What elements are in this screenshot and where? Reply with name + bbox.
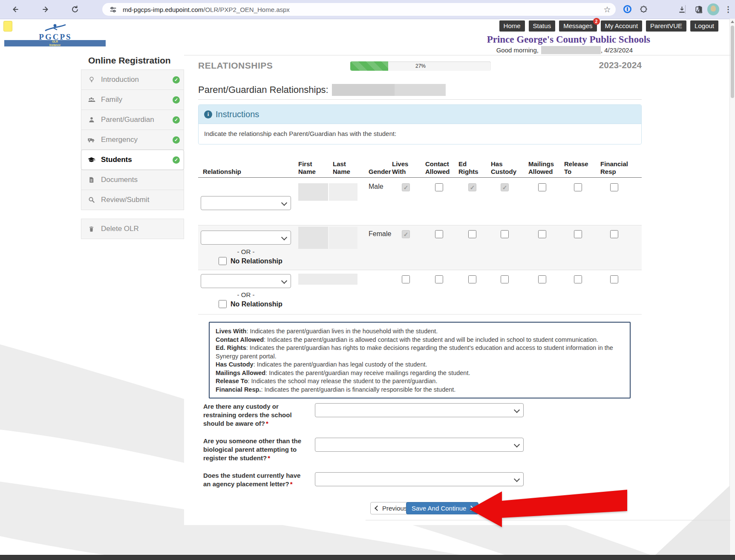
top-nav: HomeStatusMessages2My AccountParentVUELo… — [499, 20, 718, 32]
district-title: Prince George's County Public Schools — [487, 34, 650, 45]
sidebar-item-documents[interactable]: Documents — [81, 170, 184, 190]
browser-forward-icon[interactable] — [40, 4, 52, 15]
scrollbar-thumb[interactable] — [731, 26, 734, 98]
sidebar-item-emergency[interactable]: Emergency✓ — [81, 130, 184, 150]
question-label-3: Does the student currently have an agenc… — [203, 471, 302, 488]
browser-back-icon[interactable] — [9, 4, 20, 15]
pgcps-logo: PGCPS OLRInstance — [4, 23, 107, 46]
family-icon — [87, 96, 95, 104]
messages-count-badge: 2 — [593, 18, 600, 25]
scrollbar-up-arrow[interactable] — [731, 20, 734, 23]
person-icon — [87, 116, 95, 124]
graduation-cap-icon — [87, 156, 95, 164]
required-asterisk: * — [268, 454, 270, 462]
browser-reload-icon[interactable] — [69, 4, 81, 15]
redacted-user-name — [541, 46, 601, 54]
download-icon[interactable] — [676, 4, 687, 15]
question-dropdown-3-select[interactable] — [315, 472, 524, 486]
question-dropdown-1[interactable] — [315, 403, 524, 417]
nav-home[interactable]: Home — [499, 20, 525, 32]
complete-check-icon: ✓ — [173, 76, 180, 84]
complete-check-icon: ✓ — [173, 136, 180, 144]
nav-logout[interactable]: Logout — [690, 20, 718, 32]
sidebar-item-label: Introduction — [101, 75, 139, 84]
document-icon — [87, 176, 95, 184]
greeting-line: Good morning, , 4/23/2024 — [496, 46, 633, 54]
sidebar-item-label: Family — [101, 95, 122, 104]
sidebar-item-family[interactable]: Family✓ — [81, 89, 184, 110]
bookmark-star-icon[interactable]: ☆ — [602, 4, 613, 15]
nav-status[interactable]: Status — [529, 20, 556, 32]
nav-my-account[interactable]: My Account — [601, 20, 643, 32]
sidebar-item-label: Review/Submit — [101, 196, 149, 204]
nav-messages[interactable]: Messages2 — [559, 20, 597, 32]
question-dropdown-1-select[interactable] — [315, 403, 524, 417]
site-settings-icon[interactable] — [107, 4, 118, 15]
sidebar-item-label: Documents — [101, 176, 138, 184]
main-content: RELATIONSHIPS 27% 2023-2024 Parent/Guard… — [184, 55, 731, 525]
extensions-puzzle-icon[interactable] — [638, 4, 649, 15]
trash-icon — [87, 225, 95, 233]
lightbulb-icon — [87, 76, 95, 84]
chevron-left-icon — [375, 505, 380, 511]
complete-check-icon: ✓ — [173, 156, 180, 164]
sidebar-item-label: Parent/Guardian — [101, 115, 154, 124]
browser-menu-icon[interactable]: ⋮ — [723, 4, 734, 15]
logo-olr-instance-bar: OLRInstance — [4, 40, 106, 46]
annotation-arrow — [468, 489, 629, 528]
browser-profile-avatar[interactable] — [707, 3, 719, 15]
complete-check-icon: ✓ — [173, 116, 180, 124]
question-label-2: Are you someone other than the biologica… — [203, 437, 302, 462]
browser-chrome: md-pgcps-imp.edupoint.com/OLR/PXP2_OEN_H… — [0, 0, 735, 19]
url-text: md-pgcps-imp.edupoint.com/OLR/PXP2_OEN_H… — [123, 6, 290, 13]
required-asterisk: * — [290, 480, 293, 488]
sidebar-title: Online Registration — [88, 55, 184, 66]
search-icon — [87, 196, 95, 204]
complete-check-icon: ✓ — [173, 96, 180, 104]
browser-side-panel-icon[interactable] — [693, 4, 704, 15]
sidebar-item-introduction[interactable]: Introduction✓ — [81, 69, 184, 90]
question-label-1: Are there any custody or restraining ord… — [203, 402, 302, 428]
question-dropdown-2[interactable] — [315, 438, 524, 452]
sidebar-item-students[interactable]: Students✓ — [81, 150, 184, 170]
sidebar-item-label: Students — [101, 156, 132, 164]
sidebar-item-delete-olr[interactable]: Delete OLR — [81, 219, 184, 239]
sidebar: Online Registration Introduction✓Family✓… — [81, 51, 184, 239]
question-dropdown-3[interactable] — [315, 472, 524, 486]
required-asterisk: * — [266, 420, 268, 427]
sidebar-item-parent-guardian[interactable]: Parent/Guardian✓ — [81, 110, 184, 130]
nav-parentvue[interactable]: ParentVUE — [646, 20, 686, 32]
question-dropdown-2-select[interactable] — [315, 438, 524, 452]
sidebar-item-review-submit[interactable]: Review/Submit — [81, 190, 184, 210]
taskbar-strip — [0, 555, 735, 560]
extension-badge-icon[interactable] — [623, 5, 631, 13]
ambulance-icon — [87, 136, 95, 144]
url-bar[interactable]: md-pgcps-imp.edupoint.com/OLR/PXP2_OEN_H… — [102, 3, 616, 16]
sidebar-item-label: Delete OLR — [101, 225, 139, 233]
sidebar-item-label: Emergency — [101, 136, 138, 144]
